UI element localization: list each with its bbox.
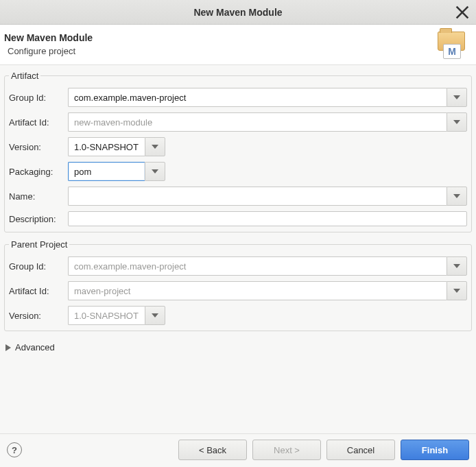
advanced-expander[interactable]: Advanced xyxy=(4,338,472,355)
label-parent-version: Version: xyxy=(9,311,68,321)
artifact-legend: Artifact xyxy=(9,71,40,81)
parent-artifactid-input[interactable] xyxy=(68,281,447,300)
artifact-version-input[interactable] xyxy=(68,137,145,156)
label-parent-groupid: Group Id: xyxy=(9,261,68,272)
label-parent-artifactid: Artifact Id: xyxy=(9,286,68,296)
label-groupid: Group Id: xyxy=(9,93,68,103)
label-description: Description: xyxy=(9,214,68,224)
advanced-label: Advanced xyxy=(15,342,55,352)
wizard-header: New Maven Module Configure project M xyxy=(0,25,476,65)
parent-group: Parent Project Group Id: Artifact Id: xyxy=(4,239,472,331)
parent-groupid-input[interactable] xyxy=(68,256,447,276)
next-button[interactable]: Next > xyxy=(252,440,321,460)
parent-version-dropdown[interactable] xyxy=(145,306,165,325)
artifact-name-input[interactable] xyxy=(68,187,447,206)
artifact-artifactid-input[interactable] xyxy=(68,112,447,132)
parent-artifactid-dropdown[interactable] xyxy=(447,281,467,300)
window-title: New Maven Module xyxy=(193,7,282,18)
close-icon[interactable] xyxy=(455,5,469,19)
titlebar: New Maven Module xyxy=(0,0,476,25)
artifact-name-dropdown[interactable] xyxy=(447,187,467,206)
page-subtitle: Configure project xyxy=(8,46,93,56)
page-title: New Maven Module xyxy=(4,32,93,43)
parent-version-input[interactable] xyxy=(68,306,145,325)
label-name: Name: xyxy=(9,191,68,202)
cancel-button[interactable]: Cancel xyxy=(326,440,395,460)
artifact-description-input[interactable] xyxy=(68,211,467,226)
artifact-group: Artifact Group Id: Artifact Id: xyxy=(4,71,472,232)
chevron-right-icon xyxy=(5,344,11,351)
label-version: Version: xyxy=(9,142,68,152)
artifact-groupid-dropdown[interactable] xyxy=(447,88,467,107)
artifact-packaging-dropdown[interactable] xyxy=(145,162,165,181)
label-artifactid: Artifact Id: xyxy=(9,117,68,128)
label-packaging: Packaging: xyxy=(9,167,68,177)
artifact-artifactid-dropdown[interactable] xyxy=(447,112,467,132)
parent-groupid-dropdown[interactable] xyxy=(447,256,467,276)
artifact-packaging-input[interactable] xyxy=(68,162,145,181)
back-button[interactable]: < Back xyxy=(178,440,247,460)
artifact-groupid-input[interactable] xyxy=(68,88,447,107)
artifact-version-dropdown[interactable] xyxy=(145,137,165,156)
wizard-footer: ? < Back Next > Cancel Finish xyxy=(0,433,476,467)
help-button[interactable]: ? xyxy=(7,442,22,457)
parent-legend: Parent Project xyxy=(9,239,69,250)
maven-folder-icon: M xyxy=(435,30,468,58)
finish-button[interactable]: Finish xyxy=(401,440,469,460)
